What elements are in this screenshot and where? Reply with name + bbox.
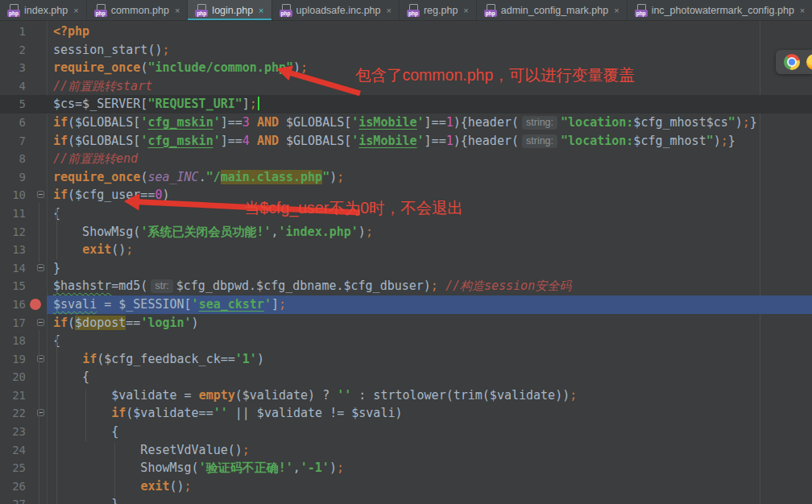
code-text: //前置跳转end [47, 150, 812, 168]
line-number[interactable]: 18 [0, 332, 26, 350]
close-icon[interactable]: × [259, 6, 263, 15]
code-text: if($cfg_user==0) [47, 186, 812, 204]
line-number[interactable]: 25 [0, 459, 26, 477]
line-number[interactable]: 11 [0, 204, 26, 223]
code-line-4[interactable]: 4//前置跳转start [0, 77, 812, 96]
close-icon[interactable]: × [800, 6, 805, 15]
line-number[interactable]: 14 [0, 259, 26, 278]
line-number[interactable]: 21 [0, 386, 26, 405]
line-number[interactable]: 23 [0, 423, 26, 441]
line-number[interactable]: 7 [0, 132, 26, 151]
code-line-25[interactable]: 25 ShowMsg('验证码不正确!','-1'); [0, 459, 812, 477]
code-line-26[interactable]: 26 exit(); [0, 477, 812, 496]
breakpoint-icon[interactable] [30, 299, 41, 310]
line-number[interactable]: 4 [0, 77, 26, 96]
close-icon[interactable]: × [387, 6, 392, 15]
code-text: $svali = $_SESSION['sea_ckstr']; [47, 295, 812, 314]
code-line-16[interactable]: 16$svali = $_SESSION['sea_ckstr']; [0, 295, 812, 314]
fold-end-icon[interactable] [37, 264, 44, 271]
code-editor[interactable]: 1<?php2session_start();3require_once("in… [0, 21, 812, 504]
code-text: { [47, 423, 812, 441]
tab-label: index.php [24, 5, 68, 16]
code-line-11[interactable]: 11{ [0, 204, 812, 223]
close-icon[interactable]: × [463, 6, 468, 15]
line-number[interactable]: 19 [0, 350, 26, 369]
gutter-cell [26, 386, 47, 405]
tab-label: admin_config_mark.php [501, 5, 608, 16]
gutter-cell [26, 223, 47, 242]
firefox-browser-icon[interactable] [806, 54, 812, 70]
code-line-5[interactable]: 5$cs=$_SERVER["REQUEST_URI"]; [0, 95, 812, 114]
code-line-19[interactable]: 19 if($cfg_feedback_ck=='1') [0, 350, 812, 369]
code-line-12[interactable]: 12 ShowMsg('系统已关闭会员功能!','index.php'); [0, 223, 812, 242]
code-text: } [47, 259, 812, 278]
tab-common-php[interactable]: phpcommon.php× [87, 0, 188, 21]
line-number[interactable]: 5 [0, 95, 26, 114]
line-number[interactable]: 22 [0, 404, 26, 423]
line-number[interactable]: 3 [0, 59, 26, 77]
tab-reg-php[interactable]: phpreg.php× [400, 0, 477, 21]
tab-uploadsafe-inc-php[interactable]: phpuploadsafe.inc.php× [272, 0, 400, 21]
code-line-23[interactable]: 23 { [0, 423, 812, 441]
code-line-17[interactable]: 17if($dopost=='login') [0, 314, 812, 333]
line-number[interactable]: 9 [0, 168, 26, 187]
code-line-27[interactable]: 27 } [0, 495, 812, 504]
tab-label: common.php [111, 5, 169, 16]
code-line-10[interactable]: 10if($cfg_user==0) [0, 186, 812, 204]
code-text: $validate = empty($validate) ? '' : strt… [47, 386, 812, 405]
code-line-18[interactable]: 18{ [0, 332, 812, 350]
code-line-13[interactable]: 13 exit(); [0, 241, 812, 259]
code-line-2[interactable]: 2session_start(); [0, 41, 812, 60]
close-icon[interactable]: × [73, 6, 78, 15]
gutter-cell [26, 23, 47, 41]
line-number[interactable]: 6 [0, 114, 26, 132]
line-number[interactable]: 1 [0, 23, 26, 41]
tab-login-php[interactable]: phplogin.php× [188, 0, 271, 21]
close-icon[interactable]: × [175, 6, 180, 15]
line-number[interactable]: 13 [0, 241, 26, 259]
line-number[interactable]: 2 [0, 41, 26, 60]
line-number[interactable]: 8 [0, 150, 26, 168]
editor-tab-bar: phpindex.php×phpcommon.php×phplogin.php×… [0, 0, 812, 21]
line-number[interactable]: 10 [0, 186, 26, 204]
code-line-8[interactable]: 8//前置跳转end [0, 150, 812, 168]
gutter-cell [26, 423, 47, 441]
tab-label: login.php [212, 5, 253, 16]
code-line-7[interactable]: 7if($GLOBALS['cfg_mskin']==4 AND $GLOBAL… [0, 132, 812, 151]
code-text: { [47, 368, 812, 386]
line-number[interactable]: 16 [0, 295, 26, 314]
tab-index-php[interactable]: phpindex.php× [0, 0, 87, 21]
gutter-cell [26, 132, 47, 151]
line-number[interactable]: 15 [0, 277, 26, 295]
chrome-browser-icon[interactable] [784, 54, 800, 70]
gutter-cell [26, 368, 47, 386]
code-line-22[interactable]: 22 if($validate=='' || $validate != $sva… [0, 404, 812, 423]
code-text: $hashstr=md5(str:$cfg_dbpwd.$cfg_dbname.… [47, 277, 812, 295]
code-line-15[interactable]: 15$hashstr=md5(str:$cfg_dbpwd.$cfg_dbnam… [0, 277, 812, 295]
tab-admin_config_mark-php[interactable]: phpadmin_config_mark.php× [477, 0, 628, 21]
code-text: if($validate=='' || $validate != $svali) [47, 404, 812, 423]
line-number[interactable]: 20 [0, 368, 26, 386]
line-number[interactable]: 26 [0, 477, 26, 496]
line-number[interactable]: 12 [0, 223, 26, 242]
code-line-3[interactable]: 3require_once("include/common.php"); [0, 59, 812, 77]
code-text: require_once(sea_INC."/main.class.php"); [47, 168, 812, 187]
text-caret [258, 97, 259, 110]
fold-collapse-icon[interactable] [37, 191, 44, 198]
line-number[interactable]: 27 [0, 495, 26, 504]
code-line-20[interactable]: 20 { [0, 368, 812, 386]
code-line-6[interactable]: 6if($GLOBALS['cfg_mskin']==3 AND $GLOBAL… [0, 114, 812, 132]
close-icon[interactable]: × [614, 6, 619, 15]
code-line-1[interactable]: 1<?php [0, 23, 812, 41]
line-number[interactable]: 24 [0, 441, 26, 460]
gutter-cell [26, 168, 47, 187]
code-line-24[interactable]: 24 ResetVdValue(); [0, 441, 812, 460]
fold-collapse-icon[interactable] [37, 319, 44, 326]
code-text: if($dopost=='login') [47, 314, 812, 333]
code-text: } [47, 495, 812, 504]
line-number[interactable]: 17 [0, 314, 26, 333]
code-line-14[interactable]: 14} [0, 259, 812, 278]
code-line-9[interactable]: 9require_once(sea_INC."/main.class.php")… [0, 168, 812, 187]
tab-inc_photowatermark_config-php[interactable]: phpinc_photowatermark_config.php× [628, 0, 812, 21]
code-line-21[interactable]: 21 $validate = empty($validate) ? '' : s… [0, 386, 812, 405]
